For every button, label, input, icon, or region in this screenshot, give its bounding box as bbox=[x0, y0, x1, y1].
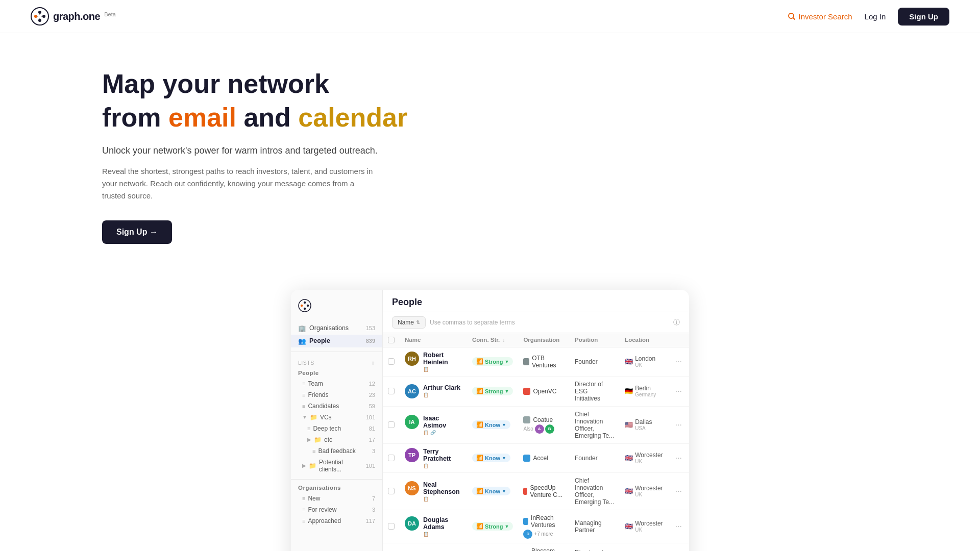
more-options-button[interactable]: ··· bbox=[673, 420, 684, 430]
person-icon2: 🔗 bbox=[430, 430, 436, 435]
col-connstr[interactable]: Conn. Str. ↓ bbox=[467, 333, 518, 347]
people-table: Name Conn. Str. ↓ Organisation Position … bbox=[383, 333, 689, 551]
row-checkbox[interactable] bbox=[388, 488, 395, 494]
svg-point-11 bbox=[299, 299, 311, 312]
person-name-cell: TP Terry Pratchett 📋 bbox=[405, 448, 462, 468]
svg-point-1 bbox=[34, 15, 37, 18]
list-item-approached[interactable]: ≡ Approached 117 bbox=[291, 515, 382, 527]
list-icon-approached: ≡ bbox=[302, 518, 305, 524]
list-icon-team: ≡ bbox=[302, 381, 305, 387]
person-icon1: 📋 bbox=[423, 532, 429, 537]
person-name: Terry Pratchett bbox=[423, 448, 462, 462]
org-name: OpenVC bbox=[533, 388, 556, 395]
list-item-badfeedback[interactable]: ≡ Bad feedback 3 bbox=[291, 445, 382, 457]
list-item-new[interactable]: ≡ New 7 bbox=[291, 493, 382, 504]
filter-name-chip[interactable]: Name ⇅ bbox=[392, 316, 426, 329]
more-options-button[interactable]: ··· bbox=[673, 522, 684, 531]
person-name-cell: NS Neal Stephenson 📋 bbox=[405, 481, 462, 502]
table-wrapper: Name Conn. Str. ↓ Organisation Position … bbox=[383, 333, 689, 551]
extra-orgs: D+7 more bbox=[523, 530, 565, 539]
list-item-forreview[interactable]: ≡ For review 3 bbox=[291, 504, 382, 515]
bar-chart-icon: 📶 bbox=[476, 523, 483, 530]
org-name: SpeedUp Venture C... bbox=[530, 484, 565, 498]
list-item-team[interactable]: ≡ Team 12 bbox=[291, 378, 382, 389]
avatar: AC bbox=[405, 384, 419, 398]
more-options-button[interactable]: ··· bbox=[673, 387, 684, 396]
list-icon-candidates: ≡ bbox=[302, 403, 305, 409]
row-checkbox[interactable] bbox=[388, 358, 395, 365]
conn-badge-strong[interactable]: 📶Strong ▼ bbox=[472, 522, 513, 531]
lists-add-icon[interactable]: + bbox=[371, 359, 375, 367]
location-cell: 🇩🇪BerlinGermany bbox=[625, 385, 663, 397]
also-label: Also AB bbox=[523, 424, 565, 434]
also-avatar1: A bbox=[535, 424, 544, 434]
person-name: Arthur Clark bbox=[423, 384, 460, 391]
position-cell: Director of ESG Initiatives bbox=[570, 376, 620, 406]
avatar: TP bbox=[405, 448, 419, 462]
flag-icon: 🇺🇸 bbox=[625, 421, 633, 429]
country-name: Germany bbox=[635, 392, 656, 397]
table-row: NS Neal Stephenson 📋 📶Know ▼SpeedUp Vent… bbox=[383, 472, 689, 510]
more-options-button[interactable]: ··· bbox=[673, 454, 684, 463]
conn-badge-strong[interactable]: 📶Strong ▼ bbox=[472, 387, 513, 395]
col-checkbox bbox=[383, 333, 400, 347]
position-cell: Managing Partner bbox=[570, 510, 620, 543]
folder-icon-potclients: 📁 bbox=[309, 462, 316, 469]
sidebar-item-organisations[interactable]: 🏢 Organisations 153 bbox=[291, 322, 382, 335]
conn-badge-strong[interactable]: 📶Strong ▼ bbox=[472, 357, 513, 366]
table-row: TP Terry Pratchett 📋 📶Know ▼AccelFounder… bbox=[383, 443, 689, 472]
extra-avatar: D bbox=[523, 530, 532, 539]
list-item-candidates[interactable]: ≡ Candidates 59 bbox=[291, 400, 382, 412]
sidebar: 🏢 Organisations 153 👥 People 839 LISTS +… bbox=[291, 290, 383, 551]
main-content: People Name ⇅ Use commas to separate ter… bbox=[383, 290, 689, 551]
col-name[interactable]: Name bbox=[400, 333, 467, 347]
row-checkbox[interactable] bbox=[388, 388, 395, 394]
table-row: DA Douglas Adams 📋 📶Strong ▼InReach Vent… bbox=[383, 510, 689, 543]
avatar: IA bbox=[405, 415, 419, 429]
login-link[interactable]: Log In bbox=[865, 12, 886, 21]
hero-subtitle: Unlock your network's power for warm int… bbox=[102, 145, 419, 156]
position-cell: Chief Innovation Officer, Emerging Te... bbox=[570, 472, 620, 510]
extra-label: +7 more bbox=[534, 531, 553, 537]
position-cell: Founder bbox=[570, 347, 620, 376]
filter-placeholder[interactable]: Use commas to separate terms bbox=[430, 319, 669, 326]
hero-cta-button[interactable]: Sign Up → bbox=[102, 220, 172, 244]
list-item-deeptech[interactable]: ≡ Deep tech 81 bbox=[291, 423, 382, 434]
org-cell: Coatue bbox=[523, 416, 565, 423]
col-org[interactable]: Organisation bbox=[518, 333, 570, 347]
col-actions bbox=[668, 333, 689, 347]
investor-search-link[interactable]: Investor Search bbox=[788, 12, 852, 21]
filter-sort-icon: ⇅ bbox=[416, 319, 420, 325]
conn-badge-know[interactable]: 📶Know ▼ bbox=[472, 420, 510, 429]
sidebar-item-people[interactable]: 👥 People 839 bbox=[291, 335, 382, 347]
more-options-button[interactable]: ··· bbox=[673, 487, 684, 496]
person-name: Neal Stephenson bbox=[423, 481, 462, 495]
list-item-potentialclients[interactable]: ▶ 📁 Potential clients... 101 bbox=[291, 457, 382, 475]
row-checkbox[interactable] bbox=[388, 455, 395, 461]
app-screenshot: 🏢 Organisations 153 👥 People 839 LISTS +… bbox=[291, 290, 689, 551]
org-cell: InReach Ventures bbox=[523, 514, 565, 529]
org-icon bbox=[523, 358, 529, 365]
col-position[interactable]: Position bbox=[570, 333, 620, 347]
avatar: DA bbox=[405, 516, 419, 531]
country-name: UK bbox=[635, 527, 663, 533]
position-cell: Chief Innovation Officer, Emerging Te... bbox=[570, 406, 620, 443]
more-options-button[interactable]: ··· bbox=[673, 357, 684, 366]
signup-button[interactable]: Sign Up bbox=[898, 8, 949, 26]
flag-icon: 🇬🇧 bbox=[625, 487, 633, 495]
hero-body: Reveal the shortest, strongest paths to … bbox=[102, 165, 378, 202]
org-name: Coatue bbox=[533, 416, 553, 423]
list-item-friends[interactable]: ≡ Friends 23 bbox=[291, 389, 382, 400]
person-name: Robert Heinlein bbox=[423, 352, 462, 366]
flag-icon: 🇬🇧 bbox=[625, 454, 633, 462]
table-row: IA Isaac Asimov 📋 🔗 📶Know ▼CoatueAlso AB… bbox=[383, 406, 689, 443]
conn-badge-know[interactable]: 📶Know ▼ bbox=[472, 487, 510, 495]
list-item-etc[interactable]: ▶ 📁 etc 17 bbox=[291, 434, 382, 445]
list-item-vcs[interactable]: ▼ 📁 VCs 101 bbox=[291, 412, 382, 423]
row-checkbox[interactable] bbox=[388, 421, 395, 428]
organisations-count: 153 bbox=[366, 325, 375, 331]
hero-title-line2: from email and calendar bbox=[102, 103, 949, 133]
conn-badge-know[interactable]: 📶Know ▼ bbox=[472, 454, 510, 462]
col-location[interactable]: Location bbox=[620, 333, 668, 347]
row-checkbox[interactable] bbox=[388, 523, 395, 530]
